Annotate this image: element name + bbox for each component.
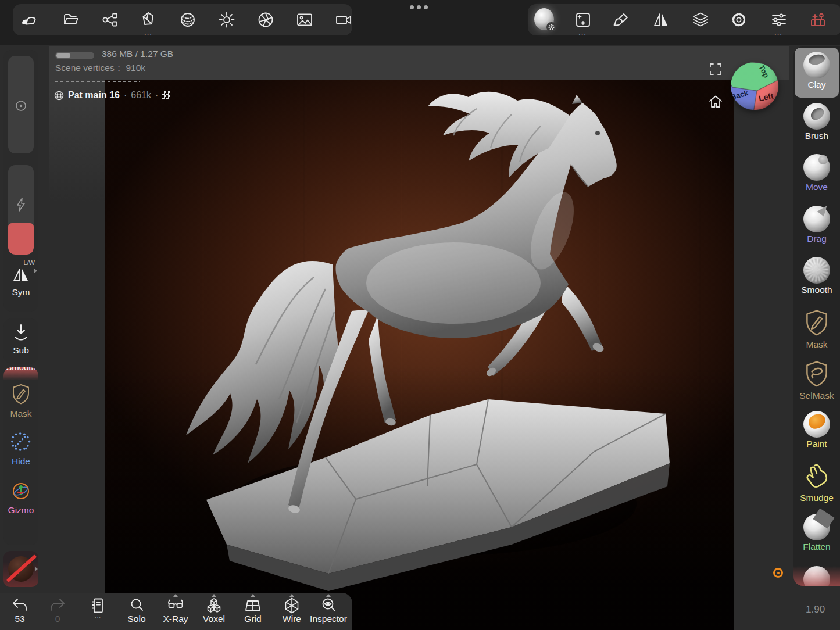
toolbar-right: ··· ··· xyxy=(528,4,840,35)
drag-sphere-icon xyxy=(803,206,830,232)
orientation-gizmo[interactable]: Top Back Left xyxy=(730,62,779,110)
radius-slider[interactable] xyxy=(8,56,34,153)
camera-icon[interactable] xyxy=(334,10,353,30)
nomad-logo-icon[interactable] xyxy=(21,10,41,30)
sculpt-viewport[interactable] xyxy=(105,80,734,630)
tool-smudge[interactable]: Smudge xyxy=(795,459,839,509)
symmetry-mirror-icon[interactable] xyxy=(651,10,671,30)
shortcut-hide[interactable]: Hide xyxy=(3,432,38,467)
horse-sculpture xyxy=(105,80,734,630)
stamp-more-dots: ··· xyxy=(578,32,587,37)
material-icon[interactable] xyxy=(178,10,198,30)
checker-icon xyxy=(162,91,170,99)
left-slider-panel: L/W Sym xyxy=(3,50,38,312)
tool-smooth[interactable]: Smooth xyxy=(795,253,839,303)
tool-paint[interactable]: Paint xyxy=(795,407,839,457)
sub-arrow-icon xyxy=(12,323,30,342)
tool-brush[interactable]: Brush xyxy=(795,99,839,149)
flatten-sphere-icon xyxy=(803,514,830,540)
tool-mask[interactable]: Mask xyxy=(795,305,839,355)
tool-clay[interactable]: Clay xyxy=(795,48,839,98)
tool-flatten[interactable]: Flatten xyxy=(795,510,839,560)
toggle-wire[interactable]: Wire xyxy=(273,593,310,624)
layers-icon[interactable] xyxy=(691,10,710,30)
toggle-xray[interactable]: X-Ray xyxy=(157,593,194,624)
solo-icon xyxy=(118,593,155,614)
caret-up-icon xyxy=(326,594,331,597)
toggle-solo[interactable]: Solo xyxy=(118,593,155,624)
scene-graph-icon[interactable] xyxy=(100,10,120,30)
tool-selmask[interactable]: SelMask xyxy=(795,356,839,406)
radius-icon xyxy=(15,100,27,112)
wire-sphere-icon xyxy=(54,91,64,101)
shortcut-gizmo[interactable]: Gizmo xyxy=(3,481,38,516)
undo-icon xyxy=(1,593,38,614)
redo-count: 0 xyxy=(39,614,76,624)
postprocess-icon[interactable] xyxy=(256,10,276,30)
tool-drag[interactable]: Drag xyxy=(795,202,839,252)
symmetry-button[interactable] xyxy=(12,266,30,286)
validate-dot-button[interactable] xyxy=(773,568,783,578)
move-sphere-icon xyxy=(803,154,830,181)
home-icon[interactable] xyxy=(708,94,723,109)
mask-shield-icon xyxy=(12,384,30,405)
layer-name: Pat main 16 xyxy=(68,90,120,101)
shortcut-mask[interactable]: Mask xyxy=(3,384,38,419)
debug-toolbox-icon[interactable] xyxy=(808,10,828,30)
toolbar-left: ··· xyxy=(13,4,352,35)
tool-partial[interactable] xyxy=(795,561,839,586)
intensity-slider[interactable] xyxy=(8,165,34,255)
active-layer-row[interactable]: Pat main 16 · 661k · xyxy=(54,89,170,102)
tool-move[interactable]: Move xyxy=(795,150,839,200)
expand-arrow-icon[interactable] xyxy=(35,567,38,571)
brush-sphere-icon xyxy=(803,103,830,130)
partial-sphere-icon xyxy=(803,566,830,586)
caret-up-icon xyxy=(212,594,216,597)
memory-usage-text: 386 MB / 1.27 GB xyxy=(102,49,173,59)
scene-vertices-text: Scene vertices： 910k xyxy=(55,62,145,74)
notes-button[interactable]: ··· xyxy=(79,593,116,621)
matcap-sphere-button[interactable] xyxy=(534,9,554,29)
toggle-inspector[interactable]: Inspector xyxy=(310,593,347,624)
expand-arrow-icon[interactable] xyxy=(34,269,37,273)
interface-sliders-icon[interactable] xyxy=(769,10,789,30)
nomad-sculpt-app: ··· ··· xyxy=(0,0,840,630)
toggle-voxel[interactable]: Voxel xyxy=(195,593,233,624)
gizmo-icon xyxy=(11,481,31,501)
shortcut-smooth[interactable]: Smooth xyxy=(3,367,38,380)
tool-shortcuts-panel: Smooth Mask Hide Gizmo xyxy=(3,367,38,545)
paint-brush-icon[interactable] xyxy=(612,10,631,30)
mask-shield-icon xyxy=(805,309,829,336)
topology-more-dots: ··· xyxy=(144,32,152,37)
topology-icon[interactable] xyxy=(139,10,159,30)
files-icon[interactable] xyxy=(61,10,81,30)
fullscreen-icon[interactable] xyxy=(709,63,722,76)
undo-count: 53 xyxy=(1,614,38,624)
caret-up-icon xyxy=(173,594,178,597)
separator-dashes xyxy=(55,81,140,82)
smooth-sphere-icon xyxy=(803,257,830,284)
clay-sphere-icon xyxy=(803,52,830,78)
multitask-handle[interactable] xyxy=(410,5,428,9)
lighting-icon[interactable] xyxy=(217,10,237,30)
layer-vertices: 661k xyxy=(131,90,151,101)
smudge-finger-icon xyxy=(804,463,830,489)
redo-icon xyxy=(39,593,76,614)
sub-button[interactable]: Sub xyxy=(3,318,38,364)
undo-button[interactable]: 53 xyxy=(1,593,38,624)
selmask-shield-icon xyxy=(805,360,829,387)
paint-sphere-icon xyxy=(803,411,830,438)
sym-mode-label: L/W xyxy=(23,259,35,266)
hide-dotted-icon xyxy=(11,432,31,452)
background-image-icon[interactable] xyxy=(295,10,314,30)
caret-up-icon xyxy=(251,594,255,597)
tool-panel: Clay Brush Move Drag Smooth Mask SelMask xyxy=(793,46,840,586)
redo-button[interactable]: 0 xyxy=(39,593,76,624)
settings-gear-icon[interactable] xyxy=(729,10,749,30)
stamp-icon[interactable] xyxy=(573,10,593,30)
material-disabled-button[interactable] xyxy=(3,551,38,587)
toggle-grid[interactable]: Grid xyxy=(234,593,271,624)
notes-more: ··· xyxy=(79,614,116,621)
memory-gauge-fill xyxy=(56,53,70,58)
caret-up-icon xyxy=(289,594,294,597)
